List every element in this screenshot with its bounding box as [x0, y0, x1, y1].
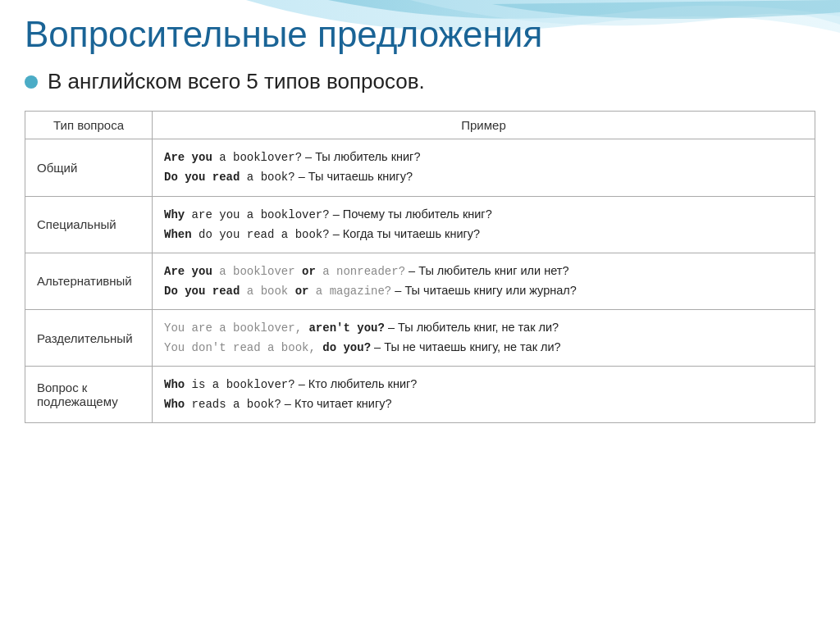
question-example: Are you a booklover? – Ты любитель книг?…	[153, 139, 815, 196]
question-type: Альтернативный	[25, 253, 153, 309]
main-content: Вопросительные предложения В английском …	[0, 0, 840, 438]
question-example: You are a booklover, aren't you? – Ты лю…	[153, 309, 815, 366]
bullet-icon	[25, 75, 38, 89]
question-type: Разделительный	[25, 309, 153, 366]
subtitle-section: В английском всего 5 типов вопросов.	[25, 69, 815, 94]
col2-header: Пример	[153, 112, 815, 139]
question-example: Who is a booklover? – Кто любитель книг?…	[153, 367, 815, 423]
question-example: Why are you a booklover? – Почему ты люб…	[153, 196, 815, 253]
table-row: СпециальныйWhy are you a booklover? – По…	[25, 196, 815, 253]
subtitle-text: В английском всего 5 типов вопросов.	[48, 69, 425, 94]
table-row: АльтернативныйAre you a booklover or a n…	[25, 253, 815, 309]
table-row: ОбщийAre you a booklover? – Ты любитель …	[25, 139, 815, 196]
table-row: Вопрос к подлежащемуWho is a booklover? …	[25, 367, 815, 423]
page-title: Вопросительные предложения	[25, 15, 815, 54]
question-type: Вопрос к подлежащему	[25, 367, 153, 423]
table-row: РазделительныйYou are a booklover, aren'…	[25, 309, 815, 366]
question-type: Общий	[25, 139, 153, 196]
questions-table: Тип вопроса Пример ОбщийAre you a booklo…	[25, 111, 815, 423]
question-example: Are you a booklover or a nonreader? – Ты…	[153, 253, 815, 309]
col1-header: Тип вопроса	[25, 112, 153, 139]
question-type: Специальный	[25, 196, 153, 253]
